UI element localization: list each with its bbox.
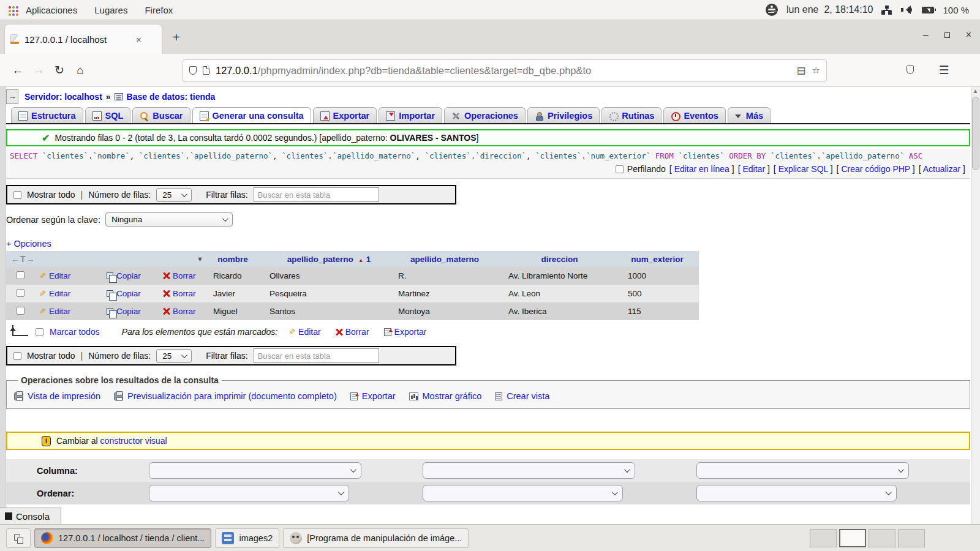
volume-icon[interactable] [901,5,913,15]
forward-button[interactable]: → [28,64,49,77]
qbe-column-select[interactable] [696,462,909,479]
network-icon[interactable] [881,6,892,14]
query-action-link[interactable]: Crear código PHP [841,164,910,174]
menu-aplicaciones[interactable]: Aplicaciones [17,5,86,15]
filter-rows-input[interactable] [254,187,379,202]
operation-link[interactable]: Previsualización para imprimir (document… [127,391,337,401]
row-checkbox[interactable] [17,289,24,297]
taskbar-window-button[interactable]: 127.0.0.1 / localhost / tienda / client.… [34,528,211,548]
pma-tab[interactable]: Generar una consulta [192,107,311,123]
hamburger-menu-icon[interactable]: ☰ [933,63,954,77]
column-header[interactable]: direccion [503,251,623,267]
system-clock[interactable]: lun ene 2, 18:14:10 [786,4,873,15]
operation-link[interactable]: Vista de impresión [28,391,100,401]
rows-count-select[interactable]: 25 [156,188,192,202]
bulk-delete-link[interactable]: Borrar [345,327,369,337]
column-header[interactable]: nombre [208,251,265,267]
operation-link[interactable]: Crear vista [507,391,549,401]
visual-builder-link[interactable]: constructor visual [100,436,167,446]
sort-key-select[interactable]: Ninguna [105,212,233,227]
tracking-shield-icon[interactable] [189,66,197,75]
qbe-column-select[interactable] [149,462,361,479]
copy-link[interactable]: Copiar [116,271,141,280]
bulk-edit-link[interactable]: Editar [298,327,321,337]
qbe-sort-select[interactable] [423,485,623,501]
pma-tab[interactable]: Estructura [11,107,83,123]
pma-tab[interactable]: Rutinas [601,107,662,123]
accessibility-icon[interactable] [766,4,778,16]
pma-tab[interactable]: Importar [379,107,442,123]
check-all-link[interactable]: Marcar todos [50,327,100,337]
row-pointer-icons[interactable]: ←T→ [11,254,36,264]
nav-panel-strip[interactable] [0,87,6,524]
query-action-link[interactable]: Actualizar [923,164,960,174]
workspace-1[interactable] [810,529,837,547]
edit-link[interactable]: Editar [49,307,70,316]
close-button[interactable]: × [966,30,971,40]
site-info-icon[interactable] [203,66,209,75]
show-desktop-button[interactable] [6,528,31,548]
protections-shield-icon[interactable] [903,64,924,77]
check-all-checkbox[interactable] [36,328,43,336]
qbe-column-select[interactable] [423,462,635,479]
delete-link[interactable]: Borrar [173,289,196,298]
bookmark-star-icon[interactable]: ☆ [812,65,820,76]
options-toggle-link[interactable]: + Opciones [6,239,51,249]
workspace-2[interactable] [839,529,866,547]
menu-lugares[interactable]: Lugares [86,5,136,15]
qbe-sort-select[interactable] [696,485,897,501]
copy-link[interactable]: Copiar [116,307,141,316]
query-action-link[interactable]: Editar en línea [674,164,729,174]
column-header[interactable]: apellido_paterno▲1 [265,251,393,267]
pma-tab[interactable]: Eventos [663,107,725,123]
pma-tab[interactable]: Exportar [313,107,377,123]
battery-icon[interactable] [922,7,934,13]
scrollbar-thumb[interactable] [972,97,979,170]
column-header[interactable]: num_exterior [623,251,699,267]
minimize-button[interactable]: – [923,30,929,40]
query-action-link[interactable]: Editar [742,164,765,174]
menu-firefox[interactable]: Firefox [136,5,181,15]
row-checkbox[interactable] [17,271,24,279]
new-tab-button[interactable]: + [173,31,180,43]
pma-tab[interactable]: Más [728,107,771,123]
maximize-button[interactable] [944,32,950,38]
reader-mode-icon[interactable]: ▤ [797,65,805,76]
home-button[interactable]: ⌂ [70,64,91,77]
operation-link[interactable]: Exportar [362,391,396,401]
workspace-4[interactable] [898,529,925,547]
tab-close-icon[interactable]: × [136,34,141,45]
browser-tab[interactable]: 127.0.0.1 / localhost × [5,24,162,54]
scroll-up-arrow[interactable]: ▲ [971,87,979,96]
column-visibility-dropdown-icon[interactable]: ▼ [197,255,203,263]
profiling-checkbox[interactable] [616,165,624,173]
pma-tab[interactable]: Privilegios [527,107,600,123]
copy-link[interactable]: Copiar [116,289,141,298]
pma-tab[interactable]: Buscar [132,107,190,123]
taskbar-window-button[interactable]: [Programa de manipulación de imáge... [283,528,469,548]
pma-console-toggle[interactable]: Consola [0,508,61,524]
delete-link[interactable]: Borrar [173,271,196,280]
edit-link[interactable]: Editar [49,289,70,298]
pma-tab[interactable]: Operaciones [444,107,526,123]
operation-link[interactable]: Mostrar gráfico [423,391,482,401]
pma-tab[interactable]: SQL [85,107,131,123]
nav-panel-toggle[interactable]: → [6,89,18,104]
breadcrumb-server-link[interactable]: Servidor: localhost [24,92,102,102]
delete-link[interactable]: Borrar [173,307,196,316]
breadcrumb-database-link[interactable]: Base de datos: tienda [127,92,216,102]
show-all-checkbox[interactable] [13,191,21,199]
back-button[interactable]: ← [7,64,28,77]
query-action-link[interactable]: Explicar SQL [778,164,828,174]
reload-button[interactable]: ↻ [49,63,70,77]
url-bar[interactable]: 127.0.0.1/phpmyadmin/index.php?db=tienda… [183,59,827,81]
bulk-export-link[interactable]: Exportar [394,327,427,337]
edit-link[interactable]: Editar [49,271,70,280]
column-header[interactable]: apellido_materno [393,251,503,267]
workspace-3[interactable] [869,529,895,547]
taskbar-window-button[interactable]: images2 [215,528,279,548]
show-all-checkbox[interactable] [13,352,21,360]
row-checkbox[interactable] [17,307,24,315]
qbe-sort-select[interactable] [149,485,349,501]
rows-count-select[interactable]: 25 [156,349,192,363]
